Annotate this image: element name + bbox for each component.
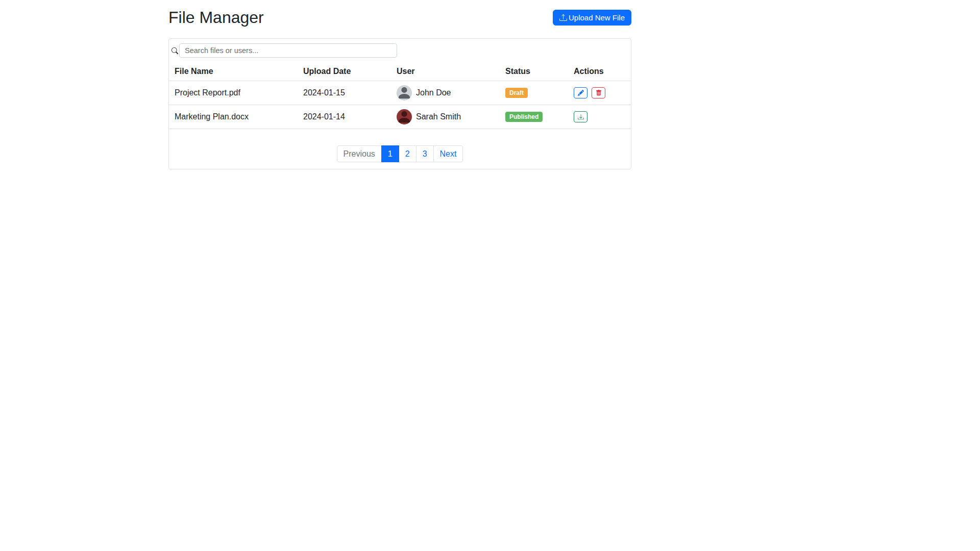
status-badge: Published bbox=[505, 112, 543, 122]
search-icon bbox=[170, 46, 179, 55]
pagination-page-2[interactable]: 2 bbox=[399, 145, 416, 162]
column-header-actions: Actions bbox=[568, 63, 631, 81]
column-header-status: Status bbox=[500, 63, 568, 81]
edit-button[interactable] bbox=[574, 87, 587, 98]
user-cell: John Doe bbox=[397, 85, 494, 101]
file-name-cell: Project Report.pdf bbox=[169, 81, 298, 105]
column-header-upload-date: Upload Date bbox=[298, 63, 391, 81]
pagination: Previous 1 2 3 Next bbox=[169, 145, 631, 162]
upload-new-file-button[interactable]: Upload New File bbox=[553, 10, 631, 26]
download-button[interactable] bbox=[574, 111, 587, 122]
upload-button-label: Upload New File bbox=[569, 13, 625, 22]
pencil-icon bbox=[578, 90, 584, 96]
user-cell: Sarah Smith bbox=[397, 109, 494, 124]
page-title: File Manager bbox=[168, 8, 264, 27]
status-badge: Draft bbox=[505, 88, 528, 98]
table-row: Marketing Plan.docx 2024-01-14 Sarah Smi… bbox=[169, 105, 631, 129]
download-icon bbox=[578, 114, 584, 120]
trash-icon bbox=[596, 90, 602, 96]
file-manager-page: File Manager Upload New File F bbox=[168, 0, 631, 169]
column-header-file-name: File Name bbox=[169, 63, 298, 81]
upload-date-cell: 2024-01-14 bbox=[298, 105, 391, 129]
upload-date-cell: 2024-01-15 bbox=[298, 81, 391, 105]
search-input[interactable] bbox=[179, 43, 397, 58]
pagination-next[interactable]: Next bbox=[433, 145, 463, 162]
file-name-cell: Marketing Plan.docx bbox=[169, 105, 298, 129]
user-name: John Doe bbox=[416, 88, 451, 97]
pagination-page-1[interactable]: 1 bbox=[381, 145, 399, 162]
pagination-page-3[interactable]: 3 bbox=[416, 145, 434, 162]
search-row bbox=[169, 39, 631, 63]
page-header: File Manager Upload New File bbox=[168, 8, 631, 27]
file-manager-card: File Name Upload Date User Status Action… bbox=[168, 38, 631, 169]
user-avatar bbox=[397, 109, 412, 124]
table-header-row: File Name Upload Date User Status Action… bbox=[169, 63, 631, 81]
upload-icon bbox=[559, 14, 567, 21]
user-avatar bbox=[397, 85, 412, 101]
pagination-previous[interactable]: Previous bbox=[337, 145, 382, 162]
table-row: Project Report.pdf 2024-01-15 John Doe bbox=[169, 81, 631, 105]
user-name: Sarah Smith bbox=[416, 112, 461, 121]
column-header-user: User bbox=[391, 63, 500, 81]
files-table: File Name Upload Date User Status Action… bbox=[169, 63, 631, 129]
delete-button[interactable] bbox=[592, 87, 605, 98]
